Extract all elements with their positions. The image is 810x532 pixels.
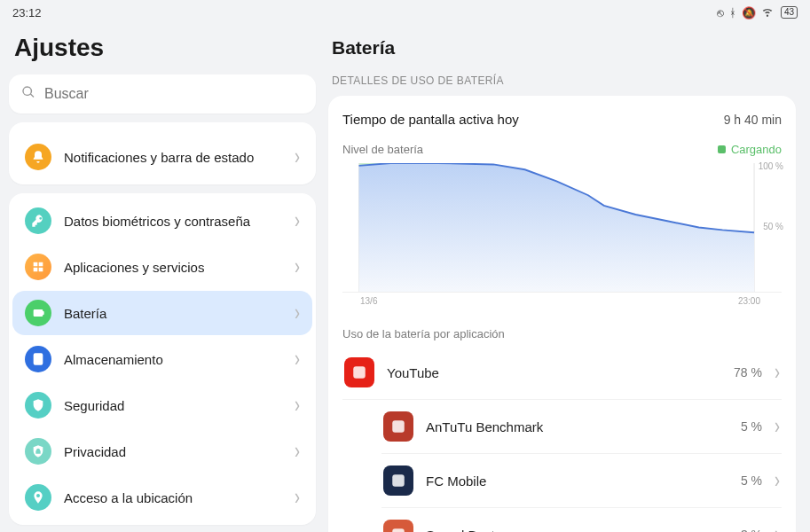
- screen-time-label: Tiempo de pantalla activa hoy: [342, 112, 519, 127]
- sidebar-item-privacy[interactable]: Privacidad ›: [12, 429, 312, 473]
- page-title: Batería: [328, 25, 796, 74]
- wifi-icon: [761, 5, 774, 20]
- sidebar-group-1: Notificaciones y barra de estado ›: [9, 122, 316, 184]
- chevron-right-icon: ›: [295, 346, 300, 372]
- storage-icon: [25, 346, 51, 372]
- app-percentage: 5 %: [741, 473, 762, 488]
- chevron-right-icon: ›: [295, 254, 300, 279]
- chevron-right-icon: ›: [775, 413, 780, 439]
- sidebar-group-2: Datos biométricos y contraseña › Aplicac…: [9, 193, 316, 525]
- sidebar-item-label: Acceso a la ubicación: [64, 490, 282, 505]
- sidebar-item-label: Datos biométricos y contraseña: [64, 214, 282, 229]
- main-pane: Batería DETALLES DE USO DE BATERÍA Tiemp…: [325, 25, 810, 532]
- app-icon: [383, 411, 413, 442]
- sidebar-item-apps[interactable]: Aplicaciones y servicios ›: [12, 245, 312, 289]
- sidebar-item-storage[interactable]: Almacenamiento ›: [12, 337, 312, 381]
- section-header: DETALLES DE USO DE BATERÍA: [328, 74, 796, 96]
- app-usage-row[interactable]: AnTuTu Benchmark 5 % ›: [381, 400, 782, 454]
- screen-time-value: 9 h 40 min: [724, 113, 782, 127]
- chevron-right-icon: ›: [295, 392, 300, 418]
- chevron-right-icon: ›: [295, 438, 300, 464]
- sidebar-item-label: Seguridad: [64, 398, 282, 413]
- sidebar-item-biometrics[interactable]: Datos biométricos y contraseña ›: [12, 199, 312, 243]
- x-tick-end: 23:00: [738, 296, 760, 306]
- charging-label: Cargando: [731, 143, 782, 156]
- sidebar-item-label: Privacidad: [64, 444, 282, 459]
- app-name: YouTube: [387, 365, 721, 380]
- pin-icon: [25, 484, 51, 511]
- svg-rect-4: [353, 366, 366, 379]
- search-field[interactable]: [44, 86, 303, 102]
- app-icon: [383, 520, 413, 532]
- app-name: Squad Busters: [426, 528, 728, 533]
- sidebar-item-notifications[interactable]: Notificaciones y barra de estado ›: [12, 135, 312, 179]
- settings-sidebar: Ajustes Notificaciones y barra de estado…: [0, 25, 325, 532]
- chevron-right-icon: ›: [295, 144, 300, 169]
- screen-time-row[interactable]: Tiempo de pantalla activa hoy 9 h 40 min: [342, 108, 782, 143]
- privacy-icon: [25, 438, 51, 465]
- sidebar-item-location[interactable]: Acceso a la ubicación ›: [12, 475, 312, 520]
- app-icon: [344, 357, 374, 387]
- battery-icon: [25, 300, 51, 326]
- chevron-right-icon: ›: [775, 359, 780, 385]
- key-icon: [25, 207, 51, 234]
- status-icons: ⎋ ᚼ 🔕 43: [717, 5, 798, 20]
- legend-swatch: [718, 145, 726, 153]
- battery-panel: Tiempo de pantalla activa hoy 9 h 40 min…: [328, 96, 796, 532]
- chevron-right-icon: ›: [775, 521, 780, 532]
- grid-icon: [25, 254, 51, 280]
- sidebar-item-security[interactable]: Seguridad ›: [12, 383, 312, 427]
- bell-icon: [25, 144, 51, 170]
- svg-rect-6: [392, 474, 405, 487]
- bluetooth-icon: ᚼ: [729, 6, 736, 20]
- chart-title: Nivel de batería: [342, 143, 423, 156]
- app-usage-header: Uso de la batería por aplicación: [342, 315, 782, 346]
- sidebar-item-battery[interactable]: Batería ›: [12, 291, 312, 335]
- chevron-right-icon: ›: [295, 207, 300, 233]
- app-name: AnTuTu Benchmark: [426, 419, 728, 434]
- battery-level-chart[interactable]: 100 % 50 %: [342, 163, 782, 293]
- mute-icon: 🔕: [742, 6, 756, 20]
- settings-title: Ajustes: [9, 25, 316, 74]
- app-percentage: 78 %: [734, 365, 762, 379]
- sidebar-item-label: Almacenamiento: [64, 352, 282, 367]
- status-time: 23:12: [12, 6, 42, 20]
- app-usage-row[interactable]: Squad Busters 3 % ›: [381, 508, 782, 532]
- app-icon: [383, 466, 413, 496]
- y-tick-100: 100 %: [759, 161, 783, 171]
- app-name: FC Mobile: [426, 473, 728, 489]
- charging-legend: Cargando: [718, 143, 782, 156]
- search-input[interactable]: [9, 74, 316, 113]
- chevron-right-icon: ›: [295, 300, 300, 325]
- svg-rect-5: [392, 420, 405, 433]
- chevron-right-icon: ›: [775, 467, 780, 493]
- battery-icon: 43: [781, 6, 798, 19]
- app-percentage: 3 %: [741, 528, 762, 532]
- status-bar: 23:12 ⎋ ᚼ 🔕 43: [0, 0, 810, 25]
- app-usage-row[interactable]: FC Mobile 5 % ›: [381, 454, 782, 508]
- y-tick-50: 50 %: [763, 222, 783, 231]
- x-tick-start: 13/6: [360, 296, 377, 306]
- app-usage-list: YouTube 78 % › AnTuTu Benchmark 5 % › FC…: [342, 346, 782, 532]
- sidebar-item-label: Notificaciones y barra de estado: [64, 150, 282, 165]
- shield-icon: [25, 392, 51, 419]
- search-icon: [21, 85, 35, 103]
- app-usage-row[interactable]: YouTube 78 % ›: [342, 346, 782, 400]
- svg-rect-7: [392, 528, 405, 532]
- sidebar-item-label: Batería: [64, 306, 282, 321]
- chevron-right-icon: ›: [295, 484, 300, 510]
- sidebar-item-label: Aplicaciones y servicios: [64, 260, 282, 275]
- app-percentage: 5 %: [741, 419, 762, 434]
- nfc-icon: ⎋: [717, 6, 724, 20]
